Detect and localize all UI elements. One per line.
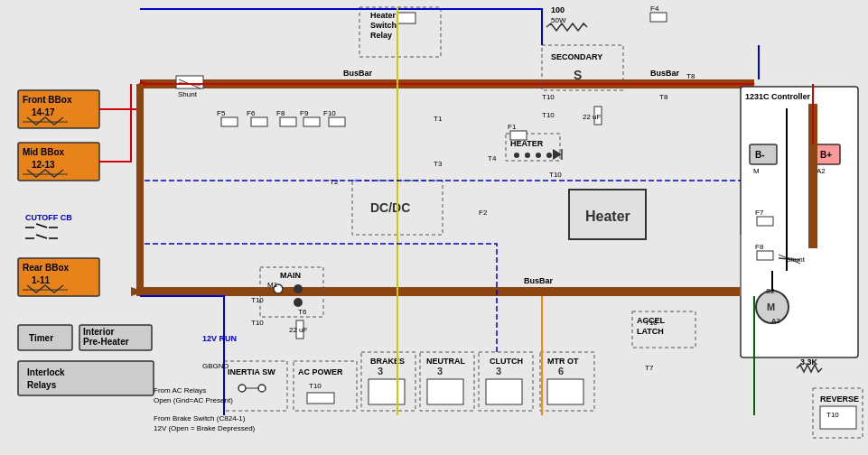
svg-text:Interior: Interior xyxy=(83,327,115,337)
svg-rect-37 xyxy=(221,117,238,126)
svg-rect-45 xyxy=(329,117,345,126)
svg-text:14-17: 14-17 xyxy=(32,107,55,117)
svg-text:M: M xyxy=(767,302,775,312)
svg-text:F7: F7 xyxy=(755,209,764,217)
svg-text:GBGND: GBGND xyxy=(202,362,229,370)
svg-text:T1: T1 xyxy=(434,115,443,123)
svg-text:DC/DC: DC/DC xyxy=(370,200,410,215)
svg-text:MAIN: MAIN xyxy=(280,271,301,280)
svg-text:T3: T3 xyxy=(434,160,443,168)
svg-rect-43 xyxy=(303,117,320,126)
svg-text:T10: T10 xyxy=(542,111,555,119)
svg-text:F1: F1 xyxy=(508,123,517,131)
svg-text:BusBar: BusBar xyxy=(524,276,554,285)
svg-text:Heater: Heater xyxy=(585,209,630,224)
svg-text:50W: 50W xyxy=(551,16,566,24)
svg-rect-33 xyxy=(176,76,203,88)
svg-text:CLUTCH: CLUTCH xyxy=(490,357,523,366)
svg-rect-138 xyxy=(427,379,463,404)
svg-text:B+: B+ xyxy=(820,150,832,160)
svg-text:M1: M1 xyxy=(267,281,278,289)
svg-text:Front BBox: Front BBox xyxy=(23,95,72,105)
svg-rect-99 xyxy=(757,251,773,260)
svg-text:M: M xyxy=(753,167,760,175)
svg-text:INERTIA SW: INERTIA SW xyxy=(228,367,275,376)
svg-text:F2: F2 xyxy=(479,209,488,217)
svg-text:Heater: Heater xyxy=(370,11,397,20)
svg-text:F8: F8 xyxy=(755,243,764,251)
svg-text:ACCEL: ACCEL xyxy=(637,316,666,325)
svg-text:MTR OT: MTR OT xyxy=(547,357,579,366)
svg-text:SECONDARY: SECONDARY xyxy=(551,52,602,61)
svg-point-72 xyxy=(514,153,519,158)
svg-point-125 xyxy=(258,385,266,392)
svg-text:CUTOFF CB: CUTOFF CB xyxy=(25,213,72,222)
svg-point-115 xyxy=(294,284,303,293)
wiring-diagram-container: BusBar BusBar BusBar Front BBox 14-17 Mi… xyxy=(0,0,868,455)
svg-point-74 xyxy=(536,153,541,158)
svg-rect-86 xyxy=(510,131,527,140)
svg-text:1231C Controller: 1231C Controller xyxy=(745,92,811,101)
svg-text:T10: T10 xyxy=(826,411,839,419)
svg-text:S2: S2 xyxy=(766,287,775,295)
svg-point-75 xyxy=(546,153,552,158)
svg-rect-142 xyxy=(486,379,522,404)
svg-text:3: 3 xyxy=(496,366,501,376)
svg-text:F4: F4 xyxy=(650,5,659,13)
svg-text:T2: T2 xyxy=(330,178,339,186)
svg-text:Open (Gnd=AC Present): Open (Gnd=AC Present) xyxy=(154,396,233,404)
svg-text:12V (Open = Brake Depressed): 12V (Open = Brake Depressed) xyxy=(154,424,256,432)
svg-text:T4: T4 xyxy=(488,154,497,162)
svg-rect-97 xyxy=(757,217,773,226)
svg-rect-41 xyxy=(280,117,296,126)
svg-text:T7: T7 xyxy=(645,364,654,372)
svg-text:A2: A2 xyxy=(817,167,826,175)
svg-text:Shunt: Shunt xyxy=(178,90,198,98)
svg-text:T10: T10 xyxy=(309,382,322,390)
svg-point-124 xyxy=(238,385,246,392)
svg-text:T8: T8 xyxy=(659,93,668,101)
svg-text:BusBar: BusBar xyxy=(650,69,680,78)
svg-text:1-11: 1-11 xyxy=(32,275,50,285)
svg-rect-146 xyxy=(547,379,583,404)
svg-text:22 uF: 22 uF xyxy=(289,326,308,334)
svg-text:LATCH: LATCH xyxy=(637,327,664,336)
svg-text:Pre-Heater: Pre-Heater xyxy=(83,337,129,347)
svg-text:3: 3 xyxy=(378,366,383,376)
svg-text:BRAKES: BRAKES xyxy=(370,357,405,366)
svg-text:T8: T8 xyxy=(686,72,695,80)
svg-rect-54 xyxy=(650,13,667,22)
svg-text:Mid BBox: Mid BBox xyxy=(23,147,65,157)
svg-text:T10: T10 xyxy=(549,171,562,179)
svg-text:B-: B- xyxy=(755,150,765,160)
svg-text:12-13: 12-13 xyxy=(32,160,55,170)
svg-text:22 uF: 22 uF xyxy=(583,113,602,121)
svg-text:AC POWER: AC POWER xyxy=(298,367,343,376)
svg-text:Timer: Timer xyxy=(29,333,53,343)
svg-rect-30 xyxy=(18,361,154,395)
svg-text:F9: F9 xyxy=(300,109,309,117)
svg-point-73 xyxy=(525,153,530,158)
svg-text:Interlock: Interlock xyxy=(27,367,65,377)
svg-text:REVERSE: REVERSE xyxy=(820,395,859,404)
svg-text:Relays: Relays xyxy=(27,380,57,390)
svg-text:A2: A2 xyxy=(771,317,780,325)
svg-text:T10: T10 xyxy=(251,319,264,327)
svg-text:NEUTRAL: NEUTRAL xyxy=(426,357,465,366)
svg-rect-130 xyxy=(307,393,334,404)
svg-text:T6: T6 xyxy=(298,308,307,316)
svg-rect-39 xyxy=(251,117,267,126)
svg-text:100: 100 xyxy=(551,5,565,14)
svg-text:F10: F10 xyxy=(323,109,336,117)
svg-text:T10: T10 xyxy=(251,296,264,304)
svg-text:Rear BBox: Rear BBox xyxy=(23,263,70,273)
svg-text:S: S xyxy=(574,68,582,82)
svg-text:3: 3 xyxy=(437,366,443,376)
svg-text:6: 6 xyxy=(558,366,564,376)
svg-text:From Brake Switch (C824-1): From Brake Switch (C824-1) xyxy=(154,414,246,422)
svg-text:12V RUN: 12V RUN xyxy=(202,334,237,343)
svg-point-116 xyxy=(294,298,303,307)
svg-rect-134 xyxy=(369,379,405,404)
svg-text:F5: F5 xyxy=(217,109,226,117)
svg-text:Switch: Switch xyxy=(370,21,397,30)
